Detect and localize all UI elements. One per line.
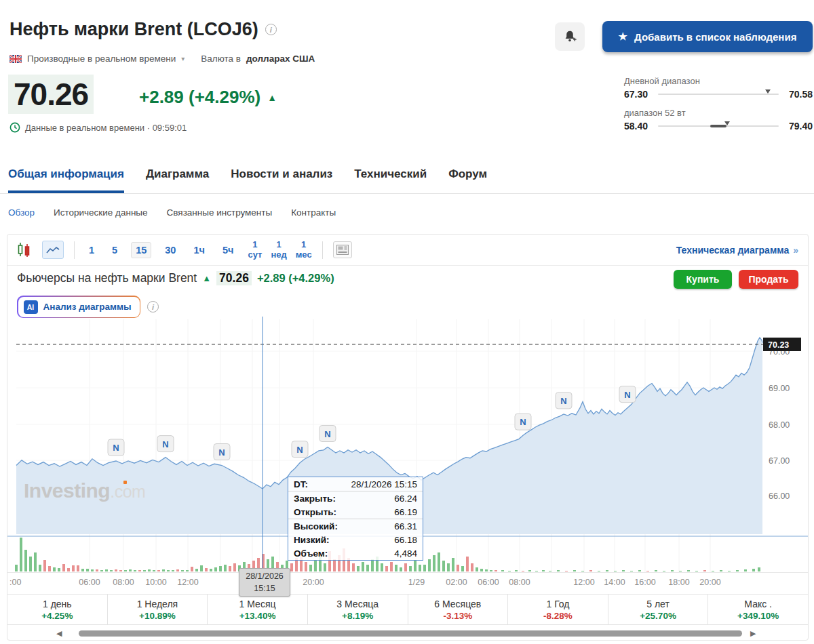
main-tab[interactable]: Диаграмма: [146, 167, 209, 193]
y-axis-tick: 66.00: [769, 491, 790, 501]
volume-bar: [214, 567, 217, 571]
bell-plus-icon: [562, 29, 577, 44]
volume-bar: [381, 563, 383, 571]
chart-subtitle: Фьючерсы на нефть марки Brent ▲ 70.26 +2…: [17, 271, 334, 285]
scroll-right-icon[interactable]: ▶: [750, 629, 756, 638]
technical-chart-link[interactable]: Техническая диаграмма »: [676, 245, 798, 256]
volume-bar: [233, 563, 236, 571]
news-marker[interactable]: N: [319, 426, 336, 442]
volume-bar: [589, 570, 592, 571]
main-tab[interactable]: Форум: [448, 167, 487, 193]
sub-tab[interactable]: Контракты: [291, 207, 336, 218]
volume-bar: [172, 570, 174, 571]
sub-tab[interactable]: Исторические данные: [54, 207, 148, 218]
interval-button[interactable]: 1ч: [189, 243, 208, 258]
volume-bar: [24, 550, 27, 571]
volume-bar: [390, 562, 393, 571]
buy-button[interactable]: Купить: [674, 270, 732, 289]
news-marker[interactable]: N: [556, 393, 572, 409]
news-marker[interactable]: N: [214, 444, 230, 460]
performance-cell[interactable]: Макс .+349.10%: [708, 595, 808, 624]
performance-cell[interactable]: 1 Неделя+10.89%: [108, 595, 208, 624]
chart-instrument-title: Фьючерсы на нефть марки Brent: [17, 271, 197, 285]
news-marker[interactable]: N: [292, 441, 308, 458]
last-price: 70.26: [8, 75, 94, 114]
volume-bar: [542, 570, 545, 571]
daily-range-marker-icon: [765, 89, 771, 94]
volume-bar: [67, 568, 70, 571]
main-tab[interactable]: Новости и анализ: [231, 167, 332, 193]
performance-cell[interactable]: 5 лет+25.70%: [608, 595, 709, 624]
volume-bar: [39, 565, 41, 571]
interval-button[interactable]: 1: [85, 243, 98, 258]
x-axis-tick: 02:00: [446, 578, 467, 587]
volume-bar: [200, 565, 203, 571]
performance-cell[interactable]: 1 Год-8.28%: [508, 595, 608, 624]
volume-bar: [581, 571, 584, 571]
sell-button[interactable]: Продать: [739, 270, 798, 289]
x-axis-tick: 20:00: [699, 578, 720, 587]
y-axis-tick: 67.00: [769, 456, 790, 466]
y-axis-tick: 68.00: [769, 420, 790, 430]
volume-bar: [333, 559, 336, 571]
interval-button[interactable]: 1мес: [296, 240, 312, 260]
title-info-icon[interactable]: i: [265, 24, 277, 35]
volume-bar: [679, 571, 682, 571]
tooltip-row: Закрыть:66.24: [288, 491, 423, 505]
performance-cell[interactable]: 1 Месяц+13.40%: [208, 595, 308, 624]
volume-bar: [115, 569, 117, 571]
interval-button[interactable]: 1нед: [271, 240, 286, 260]
news-marker[interactable]: N: [157, 436, 174, 452]
ai-analysis-row: AI Анализ диаграммы i: [17, 296, 159, 318]
instrument-page: Нефть марки Brent (LCOJ6) i Производные …: [0, 0, 814, 644]
main-tab[interactable]: Общая информация: [8, 167, 124, 193]
page-title: Нефть марки Brent (LCOJ6): [9, 19, 258, 40]
interval-button[interactable]: 1сут: [248, 240, 262, 260]
week52-range: 58.40 79.40: [624, 121, 813, 132]
ai-icon: AI: [24, 300, 38, 314]
volume-bar: [205, 568, 208, 571]
x-axis-tick: 08:00: [113, 578, 134, 587]
performance-cell[interactable]: 3 Месяца+8.19%: [308, 595, 408, 624]
volume-bar: [471, 563, 473, 571]
line-chart-icon[interactable]: [42, 241, 64, 259]
sub-tab[interactable]: Связанные инструменты: [167, 207, 273, 218]
investing-watermark: Investing.com: [24, 479, 145, 502]
interval-button[interactable]: 30: [161, 243, 180, 258]
performance-cell[interactable]: 6 Месяцев-3.13%: [408, 595, 509, 624]
scroll-left-icon[interactable]: ◀: [56, 629, 62, 638]
interval-button[interactable]: 15: [131, 242, 151, 258]
sub-tab[interactable]: Обзор: [8, 207, 35, 218]
interval-button[interactable]: 5: [108, 243, 121, 258]
ai-analysis-button[interactable]: AI Анализ диаграммы: [17, 296, 140, 318]
market-status[interactable]: Производные в реальном времени: [27, 54, 176, 64]
volume-bar: [671, 570, 674, 571]
x-axis-tick: 06:00: [478, 578, 499, 587]
interval-button[interactable]: 5ч: [218, 243, 237, 258]
add-to-watchlist-button[interactable]: ★ Добавить в список наблюдения: [602, 21, 813, 52]
volume-bar: [485, 569, 488, 571]
volume-bar: [324, 563, 326, 571]
volume-bar: [447, 563, 450, 571]
news-marker[interactable]: N: [619, 386, 636, 403]
volume-bar: [508, 571, 511, 571]
candlestick-chart-icon[interactable]: [17, 242, 32, 258]
volume-bar: [210, 569, 212, 571]
performance-cell[interactable]: 1 день+4.25%: [7, 595, 108, 624]
create-alert-button[interactable]: [555, 22, 585, 51]
main-tab[interactable]: Технический: [354, 167, 427, 193]
chevron-down-icon[interactable]: ▾: [181, 55, 185, 62]
ai-info-icon[interactable]: i: [147, 301, 159, 313]
news-overlay-icon[interactable]: [333, 241, 352, 258]
price-chart-area[interactable]: NNNNNNNN70.0069.0068.0067.0066.0070.23:0…: [7, 317, 808, 595]
news-marker[interactable]: N: [515, 414, 531, 430]
volume-bar: [655, 570, 657, 571]
ai-analysis-label: Анализ диаграммы: [43, 302, 132, 312]
volume-bar: [557, 570, 560, 571]
volume-bar: [622, 570, 625, 571]
volume-bar: [86, 569, 89, 571]
instrument-meta: Производные в реальном времени ▾ Валюта …: [9, 54, 315, 64]
volume-bar: [176, 569, 179, 571]
news-marker[interactable]: N: [108, 439, 124, 456]
scrollbar-thumb[interactable]: [79, 630, 742, 637]
